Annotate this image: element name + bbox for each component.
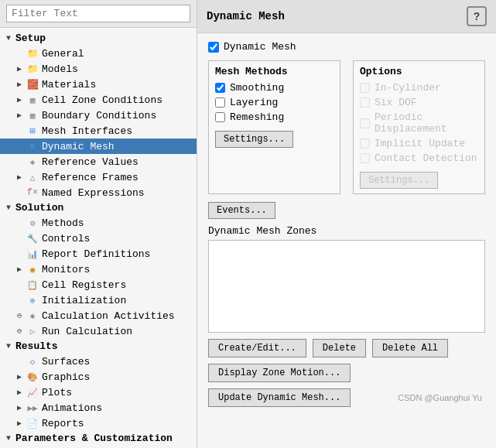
section-results[interactable]: ▼ Results — [0, 339, 197, 354]
register-icon: 📋 — [26, 279, 39, 291]
expand-dynmesh-icon — [14, 141, 25, 152]
periodic-checkbox[interactable] — [360, 118, 370, 128]
expand-reports-icon: ▶ — [14, 418, 25, 429]
section-solution[interactable]: ▼ Solution — [0, 200, 197, 215]
zone-list[interactable] — [208, 240, 485, 333]
option-contact: Contact Detection — [360, 152, 478, 164]
mesh-methods-box: Mesh Methods Smoothing Layering Remeshin… — [208, 60, 340, 194]
expand-monitors-icon: ▶ — [14, 264, 25, 275]
option-periodic: Periodic Displacement — [360, 111, 478, 135]
sidebar-item-materials[interactable]: ▶ 🧱 Materials — [0, 77, 197, 92]
expand-setup-icon: ▼ — [3, 33, 14, 44]
sidebar-item-label: Animations — [42, 402, 102, 414]
sidebar-item-label: Methods — [42, 217, 84, 229]
sidebar-item-initialization[interactable]: ⊕ Initialization — [0, 292, 197, 308]
mesh-methods-settings-button[interactable]: Settings... — [215, 131, 293, 148]
sidebar-item-label: Materials — [42, 79, 96, 91]
zone-label: Dynamic Mesh Zones — [208, 225, 485, 237]
run-icon: ▷ — [26, 325, 39, 337]
sidebar-item-label: Controls — [42, 233, 90, 245]
layering-label: Layering — [230, 97, 278, 108]
contact-checkbox[interactable] — [360, 153, 370, 163]
help-button[interactable]: ? — [467, 6, 487, 26]
option-sixdof: Six DOF — [360, 97, 478, 108]
sidebar-item-boundary[interactable]: ▶ ▦ Boundary Conditions — [0, 108, 197, 123]
sidebar-item-animations[interactable]: ▶ ▶▶ Animations — [0, 400, 197, 416]
section-results-label: Results — [15, 340, 58, 352]
sidebar-item-run-calculation[interactable]: ⊖ ▷ Run Calculation — [0, 323, 197, 339]
sidebar-item-label: Models — [42, 63, 78, 75]
sidebar-item-graphics[interactable]: ▶ 🎨 Graphics — [0, 369, 197, 385]
sidebar-item-label: Reference Frames — [42, 172, 139, 183]
refframe-icon: △ — [26, 171, 39, 183]
update-mesh-button[interactable]: Update Dynamic Mesh... — [208, 388, 351, 407]
dynamic-mesh-label: Dynamic Mesh — [224, 41, 296, 53]
dynamic-mesh-icon: ⊛ — [26, 140, 39, 152]
dynamic-mesh-checkbox[interactable] — [208, 42, 219, 53]
sidebar-item-ref-values[interactable]: ◈ Reference Values — [0, 154, 197, 169]
gear-icon: ⚙ — [26, 217, 39, 229]
display-zone-button[interactable]: Display Zone Motion... — [208, 364, 351, 382]
smoothing-checkbox[interactable] — [215, 83, 225, 93]
sidebar-item-models[interactable]: ▶ 📁 Models — [0, 61, 197, 77]
folder-icon: 📁 — [26, 47, 39, 60]
periodic-label: Periodic Displacement — [375, 111, 478, 135]
sidebar-item-monitors[interactable]: ▶ ◉ Monitors — [0, 262, 197, 277]
section-params[interactable]: ▼ Parameters & Customization — [0, 431, 197, 446]
option-incylinder: In-Cylinder — [360, 82, 478, 94]
sidebar-item-surfaces[interactable]: ◇ Surfaces — [0, 354, 197, 369]
ref-icon: ◈ — [26, 156, 39, 168]
smoothing-label: Smoothing — [230, 82, 284, 94]
expand-plots-icon: ▶ — [14, 387, 25, 398]
sidebar-item-controls[interactable]: 🔧 Controls — [0, 231, 197, 246]
sidebar-item-methods[interactable]: ⚙ Methods — [0, 215, 197, 231]
section-solution-label: Solution — [15, 202, 63, 214]
expand-controls-icon — [14, 233, 25, 244]
expand-materials-icon: ▶ — [14, 79, 25, 90]
grid-icon: ▦ — [26, 109, 39, 121]
sidebar-item-label: Surfaces — [42, 356, 90, 368]
chart-icon: 📊 — [26, 248, 39, 260]
sidebar-item-cell-registers[interactable]: 📋 Cell Registers — [0, 277, 197, 292]
sidebar-item-label: Initialization — [42, 295, 126, 306]
sidebar-item-plots[interactable]: ▶ 📈 Plots — [0, 385, 197, 400]
sidebar-item-cell-zone[interactable]: ▶ ▦ Cell Zone Conditions — [0, 92, 197, 108]
sidebar-item-mesh-interfaces[interactable]: ⊞ Mesh Interfaces — [0, 123, 197, 139]
sixdof-checkbox[interactable] — [360, 97, 370, 108]
options-title: Options — [360, 66, 478, 77]
sidebar-item-dynamic-mesh[interactable]: ⊛ Dynamic Mesh — [0, 139, 197, 154]
expand-runcalc-icon: ⊖ — [14, 326, 25, 337]
init-icon: ⊕ — [26, 294, 39, 306]
sidebar-item-named-expr[interactable]: f× Named Expressions — [0, 185, 197, 200]
delete-button[interactable]: Delete — [313, 339, 366, 357]
filter-input[interactable] — [6, 5, 190, 22]
watermark-text: CSDN @Guanghui Yu — [395, 392, 485, 404]
events-button[interactable]: Events... — [208, 202, 275, 219]
sidebar-item-label: Run Calculation — [42, 326, 132, 337]
folder-icon: 📁 — [26, 63, 39, 75]
expand-init-icon — [14, 295, 25, 306]
options-box: Options In-Cylinder Six DOF Periodic Dis… — [353, 60, 485, 194]
dynamic-mesh-row: Dynamic Mesh — [208, 41, 485, 53]
sidebar-item-reports[interactable]: ▶ 📄 Reports — [0, 416, 197, 431]
sidebar-item-label: Graphics — [42, 371, 90, 383]
section-setup[interactable]: ▼ Setup — [0, 31, 197, 46]
expand-models-icon: ▶ — [14, 63, 25, 74]
monitor-icon: ◉ — [26, 263, 39, 275]
sidebar-item-label: Cell Registers — [42, 279, 126, 291]
sidebar-item-calc-activities[interactable]: ⊖ ✱ Calculation Activities — [0, 308, 197, 323]
report-icon: 📄 — [26, 417, 39, 429]
sidebar-item-ref-frames[interactable]: ▶ △ Reference Frames — [0, 169, 197, 185]
option-implicit: Implicit Update — [360, 138, 478, 149]
delete-all-button[interactable]: Delete All — [372, 339, 448, 357]
sidebar-item-general[interactable]: 📁 General — [0, 46, 197, 61]
remeshing-checkbox[interactable] — [215, 112, 225, 122]
create-edit-button[interactable]: Create/Edit... — [208, 339, 306, 357]
options-settings-button[interactable]: Settings... — [360, 172, 438, 189]
layering-checkbox[interactable] — [215, 97, 225, 108]
sidebar-item-report-defs[interactable]: 📊 Report Definitions — [0, 246, 197, 262]
expand-refval-icon — [14, 156, 25, 167]
graphics-icon: 🎨 — [26, 371, 39, 383]
incylinder-checkbox[interactable] — [360, 83, 370, 93]
implicit-checkbox[interactable] — [360, 139, 370, 149]
